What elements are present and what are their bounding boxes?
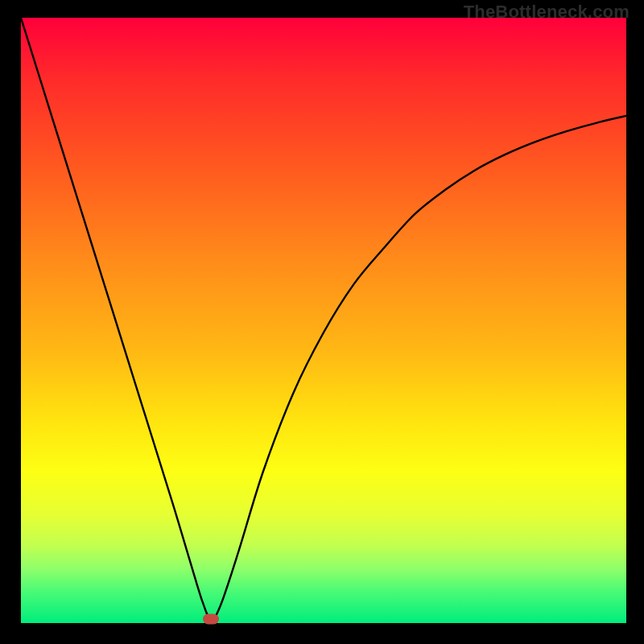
bottleneck-curve — [21, 18, 626, 620]
watermark-text: TheBottleneck.com — [464, 2, 630, 23]
minimum-marker — [203, 614, 219, 625]
plot-area — [21, 18, 626, 623]
curve-svg — [21, 18, 626, 623]
chart-stage: TheBottleneck.com — [0, 0, 644, 644]
